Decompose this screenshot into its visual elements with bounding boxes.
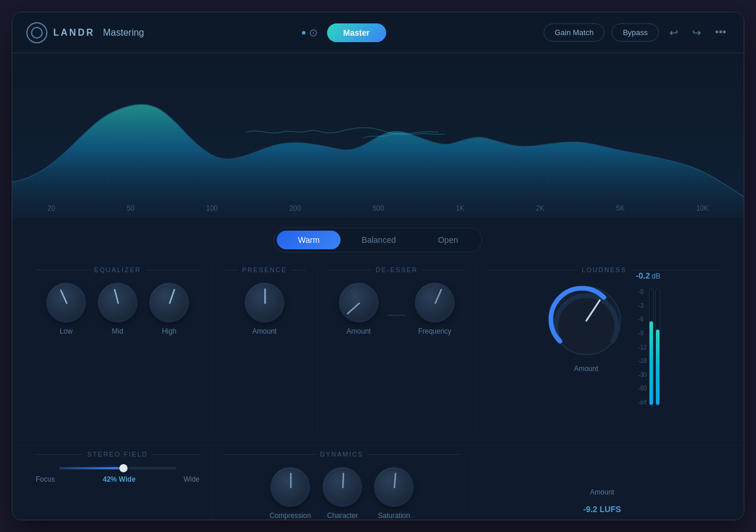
redo-button[interactable]: ↪ [689, 24, 705, 42]
bottom-row: STEREO FIELD Focus 42% Wide Wide DYNAMIC… [12, 445, 744, 520]
loudness-header: LOUDNESS [488, 266, 720, 273]
style-tab-balanced[interactable]: Balanced [341, 231, 417, 249]
compression-knob-bg [270, 467, 310, 507]
eq-mid-knob[interactable] [98, 283, 138, 322]
eq-low-label: Low [60, 327, 73, 335]
presence-knob-bg [245, 283, 284, 322]
deesser-title: DE-ESSER [376, 266, 418, 273]
controls-area: EQUALIZER Low [12, 262, 744, 445]
vu-meter: -0.2 dB -0 -3 -6 -9 -12 -18 -30 -60 [636, 271, 661, 406]
freq-1k: 1K [456, 204, 465, 212]
subtitle: Mastering [103, 28, 144, 38]
deesser-connector [388, 315, 406, 315]
svg-line-1 [61, 290, 67, 303]
eq-low-knob-bg [46, 283, 86, 322]
stereo-focus-label: Focus [36, 475, 55, 483]
character-knob[interactable] [322, 467, 362, 507]
dynamics-header: DYNAMICS [224, 451, 460, 458]
master-button[interactable]: Master [327, 23, 386, 42]
compression-knob[interactable] [270, 467, 310, 507]
bypass-button[interactable]: Bypass [611, 23, 659, 42]
label-30db: -30 [638, 372, 647, 378]
stereo-header: STEREO FIELD [36, 451, 200, 458]
presence-amount-knob[interactable] [245, 283, 284, 322]
stereo-slider-container [36, 467, 200, 469]
freq-labels: 20 50 100 200 500 1K 2K 5K 10K [12, 204, 744, 212]
undo-button[interactable]: ↩ [666, 24, 682, 42]
more-button[interactable]: ••• [712, 24, 730, 41]
presence-section: PRESENCE Amount [224, 266, 305, 434]
presence-knob-svg [245, 283, 285, 323]
divider-bottom-2 [472, 451, 472, 520]
divider-1 [211, 266, 212, 434]
logo-inner [31, 27, 43, 39]
deesser-freq-bg [415, 283, 455, 322]
character-label: Character [327, 512, 358, 520]
stereo-line-right [153, 454, 200, 455]
dynamics-knobs: Compression Character [224, 467, 460, 520]
eq-mid-label: Mid [112, 327, 123, 335]
saturation-knob-svg [374, 468, 414, 507]
label-3db: -3 [638, 303, 647, 309]
time-area: ⊙ [302, 26, 318, 39]
plugin-window: LANDR Mastering ⊙ Master Gain Match Bypa… [12, 12, 744, 520]
stereo-value-label: 42% Wide [103, 475, 136, 483]
deesser-amount-bg [339, 283, 379, 322]
freq-2k: 2K [536, 204, 545, 212]
header-center: ⊙ Master [144, 23, 544, 42]
dynamics-line-left [224, 454, 315, 455]
divider-2 [317, 266, 318, 434]
deesser-amount-knob[interactable] [339, 283, 379, 322]
deesser-amount-label: Amount [346, 327, 370, 335]
eq-high-knob-svg [150, 283, 190, 323]
loudness-knob-group: Amount [548, 283, 624, 373]
eq-knobs: Low Mid [36, 283, 200, 335]
eq-high-group: High [149, 283, 189, 335]
eq-mid-group: Mid [98, 283, 138, 335]
saturation-knob[interactable] [374, 467, 414, 507]
eq-title: EQUALIZER [94, 266, 141, 273]
eq-mid-knob-svg [98, 283, 138, 323]
label-60db: -60 [638, 385, 647, 392]
logo-area: LANDR Mastering [26, 22, 144, 43]
style-tab-open[interactable]: Open [417, 231, 479, 249]
label-9db: -9 [638, 330, 647, 337]
meter-bars [649, 289, 660, 406]
label-12db: -12 [638, 344, 647, 351]
logo-circle [26, 22, 47, 43]
spectrum-svg [12, 53, 744, 217]
freq-100: 100 [206, 204, 218, 212]
style-selector: Warm Balanced Open [12, 217, 744, 262]
presence-amount-label: Amount [252, 327, 276, 335]
eq-high-knob[interactable] [149, 283, 189, 322]
deesser-freq-knob[interactable] [415, 283, 455, 322]
stereo-slider-thumb[interactable] [119, 464, 128, 472]
db-value: -0.2 [636, 271, 650, 280]
loudness-content: Amount -0.2 dB -0 -3 -6 -9 -12 [488, 283, 720, 406]
eq-line-left [36, 270, 90, 270]
stereo-field-section: STEREO FIELD Focus 42% Wide Wide [36, 451, 200, 520]
deesser-knobs: Amount Frequency [329, 283, 464, 335]
freq-10k: 10K [696, 204, 709, 212]
freq-200: 200 [289, 204, 301, 212]
loudness-bottom-content: Amount -9.2 LUFS [583, 488, 621, 514]
style-tab-warm[interactable]: Warm [277, 231, 341, 249]
loudness-large-knob[interactable] [548, 283, 624, 359]
loudness-amount-label: Amount [574, 365, 598, 373]
svg-line-20 [394, 473, 396, 488]
eq-high-label: High [162, 327, 177, 335]
freq-50: 50 [127, 204, 135, 212]
eq-low-knob-svg [47, 283, 87, 323]
brand-name: LANDR [53, 28, 95, 38]
gain-match-button[interactable]: Gain Match [544, 23, 604, 42]
label-18db: -18 [638, 358, 647, 364]
db-unit: dB [652, 272, 661, 280]
svg-line-3 [115, 290, 118, 303]
saturation-knob-bg [374, 467, 414, 507]
stereo-slider[interactable] [59, 467, 176, 469]
eq-line-right [146, 270, 200, 270]
stereo-line-left [36, 454, 83, 455]
dynamics-line-right [368, 454, 460, 455]
loudness-title: LOUDNESS [582, 266, 627, 273]
eq-low-knob[interactable] [46, 283, 86, 322]
